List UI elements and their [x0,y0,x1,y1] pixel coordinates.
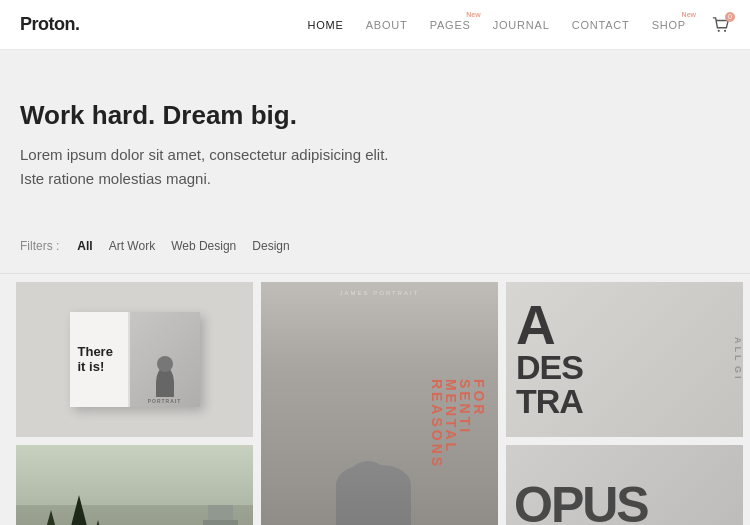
nav-journal[interactable]: JOURNAL [493,19,550,31]
gallery-item-book[interactable]: Thereit is! PORTRAIT [16,282,253,437]
hero-subtitle: Lorem ipsum dolor sit amet, consectetur … [20,143,730,191]
nav-contact[interactable]: CONTACT [572,19,630,31]
nav-pages[interactable]: PAGES New [430,19,471,31]
typo-des: DES [516,350,583,384]
typo-a: A [516,301,583,351]
shop-new-badge: New [682,11,696,18]
gallery-item-typo2[interactable]: OPUS [506,445,743,525]
svg-point-1 [724,29,726,31]
filter-artwork[interactable]: Art Work [101,237,163,255]
nav-shop[interactable]: SHOP New [652,19,686,31]
cart-button[interactable]: 0 [712,16,730,34]
filter-design[interactable]: Design [244,237,297,255]
nav: HOME ABOUT PAGES New JOURNAL CONTACT SHO… [308,16,730,34]
hero-subtitle-line2: Iste ratione molestias magni. [20,170,211,187]
typo2-text: OPUS [514,480,648,525]
gallery-item-typography[interactable]: A DES TRA ALL GI [506,282,743,437]
logo[interactable]: Proton. [20,14,80,35]
filter-webdesign[interactable]: Web Design [163,237,244,255]
typo-side2: GI [733,366,743,382]
nav-home[interactable]: HOME [308,19,344,31]
header: Proton. HOME ABOUT PAGES New JOURNAL CON… [0,0,750,50]
gallery-grid: Thereit is! PORTRAIT FORSENTIMENTALREASO… [0,274,750,525]
pages-new-badge: New [466,11,480,18]
typo-side1: ALL [733,337,743,364]
portrait-label: JAMES PORTRAIT [261,290,498,296]
nav-about[interactable]: ABOUT [366,19,408,31]
filters-bar: Filters : All Art Work Web Design Design [0,221,750,274]
hero-title: Work hard. Dream big. [20,100,730,131]
hero-section: Work hard. Dream big. Lorem ipsum dolor … [0,50,750,221]
gallery-item-landscape[interactable] [16,445,253,525]
filter-all[interactable]: All [69,237,100,255]
cart-badge: 0 [725,12,735,22]
svg-point-0 [718,29,720,31]
typo-tra: TRA [516,384,583,418]
book-text: Thereit is! [78,345,113,374]
hero-subtitle-line1: Lorem ipsum dolor sit amet, consectetur … [20,146,389,163]
gallery-item-portrait[interactable]: FORSENTIMENTALREASONS JAMES PORTRAIT WIL… [261,282,498,525]
filters-label: Filters : [20,239,59,253]
